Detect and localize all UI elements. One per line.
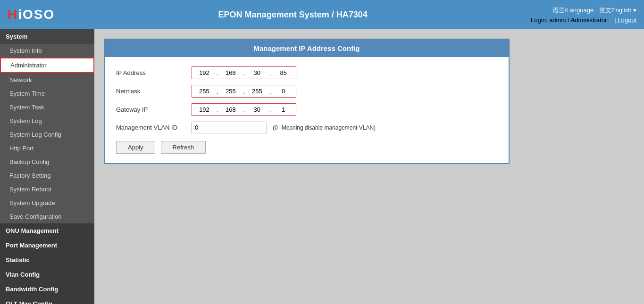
gateway-label: Gateway IP (116, 106, 192, 113)
ip-address-inputs: . . . (192, 66, 296, 79)
netmask-octet1[interactable] (193, 86, 216, 96)
gateway-dot-3: . (268, 106, 272, 114)
ip-address-octet4[interactable] (272, 68, 295, 78)
netmask-label: Netmask (116, 88, 192, 95)
netmask-dot-3: . (268, 88, 272, 95)
ip-address-octet3[interactable] (246, 68, 268, 78)
ip-address-label: IP Address (116, 69, 192, 76)
sidebar-section-olt-mac[interactable]: OLT Mac Config (0, 296, 94, 304)
lang-value[interactable]: 英文English ▾ (599, 6, 636, 15)
apply-button[interactable]: Apply (116, 141, 155, 154)
ip-dot-2: . (242, 69, 246, 77)
gateway-row: Gateway IP . . . (116, 103, 497, 116)
sidebar-item-system-upgrade[interactable]: System Upgrade (0, 196, 94, 210)
header-right: 语言/Language 英文English ▾ Login: admin / A… (531, 6, 636, 24)
gateway-octet2[interactable] (219, 105, 242, 115)
sidebar-section-vlan[interactable]: Vlan Config (0, 267, 94, 282)
config-panel: Management IP Address Config IP Address … (104, 39, 510, 164)
main-layout: System System Info Administrator Network… (0, 29, 644, 304)
sidebar-section-system: System (0, 29, 94, 44)
config-panel-body: IP Address . . . Netmask (105, 57, 509, 163)
sidebar-item-system-time[interactable]: System Time (0, 87, 94, 100)
gateway-dot-1: . (216, 106, 219, 114)
netmask-octet3[interactable] (246, 86, 268, 96)
sidebar-section-onu[interactable]: ONU Management (0, 223, 94, 238)
netmask-dot-1: . (216, 88, 219, 95)
gateway-inputs: . . . (192, 103, 296, 116)
content-area: Management IP Address Config IP Address … (94, 29, 644, 304)
sidebar: System System Info Administrator Network… (0, 29, 94, 304)
netmask-row: Netmask . . . (116, 85, 497, 98)
login-info: Login: admin / Administrator (531, 16, 607, 24)
netmask-octet4[interactable] (272, 86, 295, 96)
sidebar-item-system-log[interactable]: System Log (0, 114, 94, 128)
gateway-octet3[interactable] (246, 105, 268, 115)
netmask-inputs: . . . (192, 85, 296, 98)
ip-address-row: IP Address . . . (116, 66, 497, 79)
sidebar-item-http-port[interactable]: Http Port (0, 141, 94, 155)
sidebar-item-system-task[interactable]: System Task (0, 100, 94, 114)
netmask-dot-2: . (242, 88, 246, 95)
vlan-input[interactable] (192, 122, 267, 133)
gateway-dot-2: . (242, 106, 246, 114)
config-panel-title: Management IP Address Config (105, 40, 509, 57)
sidebar-item-system-info[interactable]: System Info (0, 44, 94, 58)
logout-link[interactable]: | Logout (614, 16, 636, 24)
sidebar-item-system-reboot[interactable]: System Reboot (0, 182, 94, 196)
sidebar-item-backup-config[interactable]: Backup Config (0, 155, 94, 169)
sidebar-section-port[interactable]: Port Management (0, 238, 94, 253)
sidebar-item-save-configuration[interactable]: Save Configuration (0, 210, 94, 223)
lang-label: 语言/Language (552, 6, 594, 15)
ip-address-octet2[interactable] (219, 68, 242, 78)
vlan-hint: (0--Meaning disable management VLAN) (273, 124, 376, 131)
sidebar-item-network[interactable]: Network (0, 73, 94, 87)
language-selector[interactable]: 语言/Language 英文English ▾ (552, 6, 636, 15)
button-row: Apply Refresh (116, 141, 497, 154)
refresh-button[interactable]: Refresh (161, 141, 206, 154)
gateway-octet1[interactable] (193, 105, 216, 115)
sidebar-item-factory-setting[interactable]: Factory Setting (0, 169, 94, 182)
sidebar-section-statistic[interactable]: Statistic (0, 253, 94, 267)
sidebar-item-administrator[interactable]: Administrator (0, 58, 94, 73)
ip-address-octet1[interactable] (193, 68, 216, 78)
logo-text: HiOSO (8, 7, 55, 22)
sidebar-item-system-log-config[interactable]: System Log Config (0, 128, 94, 141)
vlan-row: Management VLAN ID (0--Meaning disable m… (116, 122, 497, 133)
sidebar-section-bandwidth[interactable]: Bandwidth Config (0, 282, 94, 296)
header: HiOSO EPON Management System / HA7304 语言… (0, 0, 644, 29)
netmask-octet2[interactable] (219, 86, 242, 96)
logo: HiOSO (8, 7, 55, 22)
header-title: EPON Management System / HA7304 (218, 10, 368, 20)
gateway-octet4[interactable] (272, 105, 295, 115)
vlan-label: Management VLAN ID (116, 124, 192, 131)
ip-dot-1: . (216, 69, 219, 77)
ip-dot-3: . (268, 69, 272, 77)
